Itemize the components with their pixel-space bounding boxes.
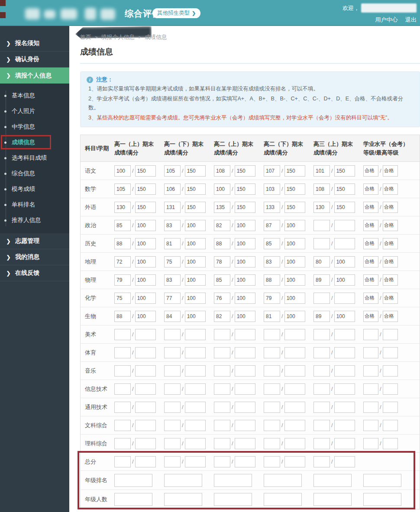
score-input[interactable] [214, 184, 230, 195]
fullmark-input[interactable] [135, 238, 156, 249]
huikao-grade-input[interactable] [363, 220, 378, 231]
fullmark-input[interactable] [235, 329, 255, 340]
fullmark-input[interactable] [284, 238, 305, 249]
score-input[interactable] [313, 256, 330, 267]
score-input[interactable] [114, 293, 131, 304]
huikao-grade-input[interactable] [363, 238, 378, 249]
score-input[interactable] [214, 347, 230, 358]
score-input[interactable] [164, 438, 181, 449]
score-input[interactable] [214, 402, 230, 413]
score-input[interactable] [214, 329, 230, 340]
score-input[interactable] [214, 383, 230, 395]
score-input[interactable] [114, 202, 131, 213]
score-input[interactable] [114, 365, 131, 377]
fullmark-input[interactable] [284, 184, 305, 195]
score-input[interactable] [214, 238, 230, 249]
huikao-best-input[interactable] [383, 402, 398, 413]
score-input[interactable] [264, 311, 280, 322]
fullmark-input[interactable] [334, 238, 355, 249]
sidebar-item-top-0[interactable]: ❯报名须知 [0, 35, 69, 52]
score-input[interactable] [164, 220, 181, 231]
score-input[interactable] [264, 365, 280, 377]
fullmark-input[interactable] [135, 420, 156, 431]
fullmark-input[interactable] [135, 274, 156, 286]
huikao-grade-input[interactable] [363, 202, 378, 213]
fullmark-input[interactable] [235, 256, 255, 267]
score-input[interactable] [164, 293, 181, 304]
sidebar-item-sub-8[interactable]: 推荐人信息 [0, 213, 69, 228]
score-input[interactable] [313, 383, 330, 395]
huikao-grade-input[interactable] [363, 274, 378, 286]
score-input[interactable] [264, 184, 280, 195]
score-input[interactable] [164, 365, 181, 377]
huikao-grade-input[interactable] [363, 438, 378, 449]
fullmark-input[interactable] [334, 347, 355, 358]
rank-input[interactable] [363, 474, 401, 487]
fullmark-input[interactable] [284, 274, 305, 286]
sidebar-item-bottom-1[interactable]: ❯我的消息 [0, 249, 69, 265]
fullmark-input[interactable] [235, 420, 255, 431]
fullmark-input[interactable] [135, 365, 156, 377]
huikao-best-input[interactable] [383, 329, 398, 340]
rank-input[interactable] [264, 474, 302, 487]
score-input[interactable] [164, 202, 181, 213]
huikao-best-input[interactable] [383, 238, 398, 249]
score-input[interactable] [164, 238, 181, 249]
fullmark-input[interactable] [235, 238, 255, 249]
huikao-best-input[interactable] [383, 274, 398, 286]
fullmark-input[interactable] [185, 402, 206, 413]
huikao-best-input[interactable] [383, 165, 398, 177]
score-input[interactable] [264, 202, 280, 213]
huikao-best-input[interactable] [383, 420, 398, 431]
rank-input[interactable] [214, 474, 252, 487]
score-input[interactable] [214, 274, 230, 286]
score-input[interactable] [164, 383, 181, 395]
score-input[interactable] [164, 420, 181, 431]
fullmark-input[interactable] [334, 402, 355, 413]
score-input[interactable] [264, 220, 280, 231]
fullmark-input[interactable] [135, 438, 156, 449]
huikao-grade-input[interactable] [363, 256, 378, 267]
score-input[interactable] [114, 420, 131, 431]
fullmark-input[interactable] [185, 293, 206, 304]
fullmark-input[interactable] [135, 220, 156, 231]
user-center-link[interactable]: 用户中心 [375, 16, 397, 23]
huikao-best-input[interactable] [383, 347, 398, 358]
fullmark-input[interactable] [334, 420, 355, 431]
fullmark-input[interactable] [334, 202, 355, 213]
fullmark-input[interactable] [334, 438, 355, 449]
score-input[interactable] [114, 456, 131, 467]
rank-input[interactable] [164, 493, 202, 506]
score-input[interactable] [313, 438, 330, 449]
sidebar-item-sub-7[interactable]: 单科排名 [0, 197, 69, 213]
fullmark-input[interactable] [334, 329, 355, 340]
fullmark-input[interactable] [135, 311, 156, 322]
huikao-best-input[interactable] [383, 256, 398, 267]
fullmark-input[interactable] [284, 165, 305, 177]
rank-input[interactable] [313, 474, 352, 487]
score-input[interactable] [264, 420, 280, 431]
fullmark-input[interactable] [235, 438, 255, 449]
fullmark-input[interactable] [334, 311, 355, 322]
score-input[interactable] [114, 274, 131, 286]
sidebar-item-bottom-2[interactable]: ❯在线反馈 [0, 265, 69, 281]
score-input[interactable] [114, 184, 131, 195]
breadcrumb-item-0[interactable]: 首页 [80, 33, 91, 41]
score-input[interactable] [164, 311, 181, 322]
huikao-grade-input[interactable] [363, 165, 378, 177]
rank-input[interactable] [114, 474, 152, 487]
logout-link[interactable]: 退出 [405, 16, 417, 23]
fullmark-input[interactable] [135, 347, 156, 358]
score-input[interactable] [264, 293, 280, 304]
fullmark-input[interactable] [185, 383, 206, 395]
rank-input[interactable] [264, 493, 302, 506]
score-input[interactable] [264, 383, 280, 395]
huikao-grade-input[interactable] [363, 293, 378, 304]
fullmark-input[interactable] [235, 402, 255, 413]
score-input[interactable] [114, 220, 131, 231]
fullmark-input[interactable] [135, 184, 156, 195]
score-input[interactable] [214, 165, 230, 177]
huikao-grade-input[interactable] [363, 420, 378, 431]
fullmark-input[interactable] [185, 256, 206, 267]
breadcrumb-item-1[interactable]: 填报个人信息 [101, 33, 135, 41]
